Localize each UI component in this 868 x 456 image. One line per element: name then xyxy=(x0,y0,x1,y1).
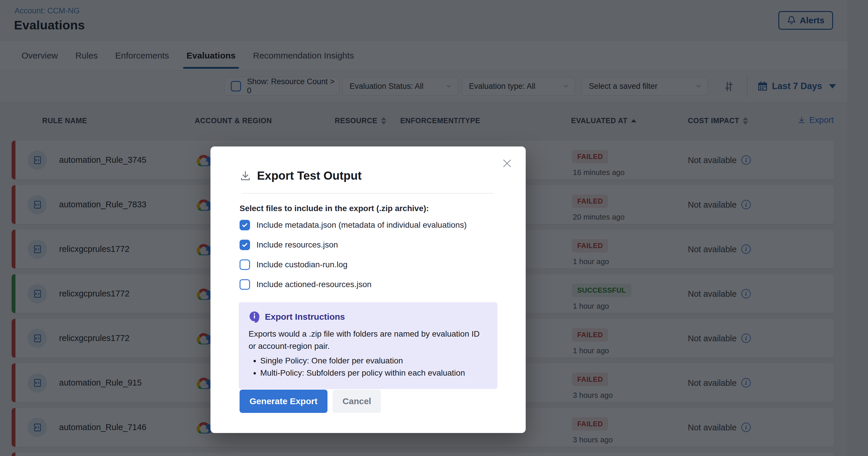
cancel-button[interactable]: Cancel xyxy=(333,390,381,413)
instruction-bullet: Multi-Policy: Subfolders per policy with… xyxy=(260,367,488,379)
export-option-row[interactable]: Include actioned-resources.json xyxy=(240,279,496,290)
checkbox[interactable] xyxy=(240,220,250,230)
export-instructions-box: Export Instructions Exports would a .zip… xyxy=(239,302,497,389)
info-bubble-icon xyxy=(249,311,260,323)
modal-title-row: Export Test Output xyxy=(240,169,362,182)
export-instructions-header: Export Instructions xyxy=(249,311,488,323)
checkbox[interactable] xyxy=(240,279,250,290)
export-option-label: Include metadata.json (metadata of indiv… xyxy=(256,220,467,230)
generate-export-button[interactable]: Generate Export xyxy=(240,390,328,413)
modal-title: Export Test Output xyxy=(257,169,362,182)
checkbox[interactable] xyxy=(240,260,250,270)
export-option-label: Include resources.json xyxy=(256,240,338,249)
export-option-label: Include custodian-run.log xyxy=(256,260,347,269)
checkbox[interactable] xyxy=(240,240,250,250)
export-option-row[interactable]: Include resources.json xyxy=(240,239,496,251)
export-option-label: Include actioned-resources.json xyxy=(256,280,371,289)
download-icon xyxy=(240,170,251,182)
export-file-options: Include metadata.json (metadata of indiv… xyxy=(240,219,496,299)
modal-actions: Generate Export Cancel xyxy=(240,390,381,413)
export-option-row[interactable]: Include custodian-run.log xyxy=(240,259,496,271)
check-icon xyxy=(241,241,248,248)
check-icon xyxy=(241,221,248,229)
modal-divider xyxy=(242,193,494,194)
close-icon[interactable] xyxy=(501,157,513,169)
export-instructions-bullets: Single Policy: One folder per evaluation… xyxy=(249,355,488,379)
modal-intro: Select files to include in the export (.… xyxy=(240,204,429,213)
export-instructions-body: Exports would a .zip file with folders a… xyxy=(249,328,488,352)
export-instructions-title: Export Instructions xyxy=(265,312,345,322)
export-test-output-modal: Export Test Output Select files to inclu… xyxy=(211,147,526,433)
export-option-row[interactable]: Include metadata.json (metadata of indiv… xyxy=(240,219,496,231)
instruction-bullet: Single Policy: One folder per evaluation xyxy=(260,355,488,367)
